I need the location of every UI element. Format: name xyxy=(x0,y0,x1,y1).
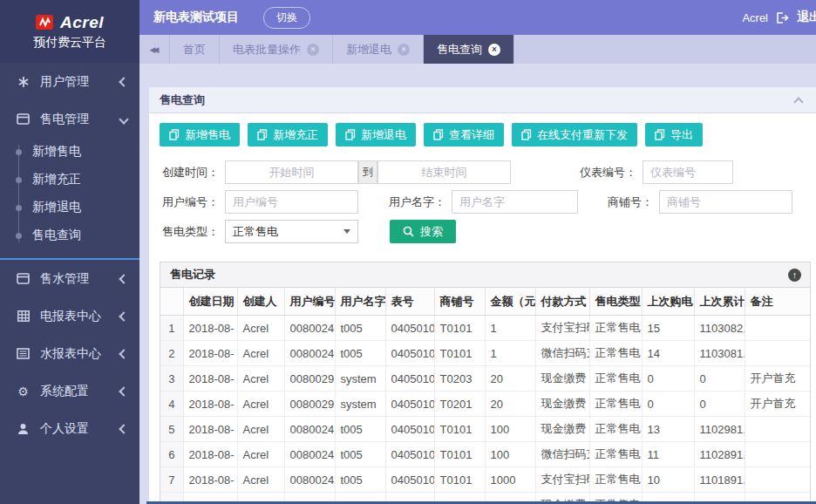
records-table: 创建日期创建人用户编号用户名字表号商铺号金额（元付款方式售电类型上次购电上次累计… xyxy=(160,288,810,504)
table-cell: 现金缴费 xyxy=(535,392,589,417)
column-header: 用户名字 xyxy=(335,288,385,316)
button-label: 导出 xyxy=(670,127,693,143)
file-icon xyxy=(169,129,180,140)
collapse-panel-icon[interactable] xyxy=(793,97,803,106)
switch-project-button[interactable]: 切换 xyxy=(263,7,310,29)
sale-type-select[interactable]: 正常售电 xyxy=(225,220,358,243)
table-cell: 2018-08- xyxy=(183,366,237,392)
close-icon[interactable]: × xyxy=(307,44,319,56)
to-addon-label: 到 xyxy=(358,160,377,184)
end-time-input[interactable] xyxy=(377,160,511,184)
sidebar-subitem-new-correction[interactable]: 新增充正 xyxy=(0,166,139,194)
username-label: Acrel xyxy=(742,11,768,24)
table-cell xyxy=(745,467,810,493)
table-cell: T0203 xyxy=(434,366,485,392)
table-cell: 0080029 xyxy=(284,366,335,392)
table-cell: 0 xyxy=(642,366,694,392)
table-cell: 5 xyxy=(160,417,183,442)
meter-no-input[interactable] xyxy=(643,160,733,184)
toolbar: 新增售电 新增充正 新增退电 查看详细 xyxy=(160,123,811,146)
table-cell: 04050101 xyxy=(385,341,434,366)
table-row[interactable]: 62018-08-Acrel0080024t00504050101T010110… xyxy=(160,442,810,467)
table-cell: Acrel xyxy=(237,467,284,493)
collapse-up-icon[interactable]: ↑ xyxy=(788,269,801,282)
tab-label: 售电查询 xyxy=(437,42,482,58)
search-form: 创建时间： 到 仪表编号： 用户编号： 用户名字： 商铺号： xyxy=(160,160,811,243)
sale-type-label: 售电类型： xyxy=(160,224,219,240)
sidebar-item-elec-report-center[interactable]: 电报表中心 xyxy=(0,297,139,335)
table-row[interactable]: 72018-08-Acrel0080024t00504050101T010110… xyxy=(160,467,810,493)
new-sale-button[interactable]: 新增售电 xyxy=(160,123,240,146)
sidebar-item-user-mgmt[interactable]: 用户管理 xyxy=(0,63,139,100)
view-details-button[interactable]: 查看详细 xyxy=(424,123,504,146)
sidebar-subitem-new-sale[interactable]: 新增售电 xyxy=(0,138,139,166)
tab-new-refund[interactable]: 新增退电 × xyxy=(333,35,424,64)
grid-icon xyxy=(16,310,31,324)
records-panel: 售电记录 ↑ 创建日期创建人用户编号用户名字表号商铺号金额（元付款方式售电类型上… xyxy=(160,262,811,504)
table-cell: 现金缴费 xyxy=(535,417,589,442)
table-cell: 0080024 xyxy=(284,467,335,493)
sidebar-item-system-config[interactable]: ⚙ 系统配置 xyxy=(0,372,139,410)
create-time-label: 创建时间： xyxy=(160,165,219,180)
table-cell: t005 xyxy=(335,316,385,341)
sidebar-subitem-label: 售电查询 xyxy=(32,228,81,243)
records-tbody: 12018-08-Acrel0080024t00504050101T01011支… xyxy=(160,316,810,504)
tabs-scroll-left-button[interactable]: ◀◀ xyxy=(139,35,170,64)
table-row[interactable]: 42018-08-Acrel0080029system04050102T0201… xyxy=(160,392,810,417)
shop-no-label: 商铺号： xyxy=(602,194,653,210)
sidebar-item-label: 售水管理 xyxy=(40,271,111,287)
table-row[interactable]: 12018-08-Acrel0080024t00504050101T01011支… xyxy=(160,316,810,341)
column-header: 上次购电 xyxy=(642,288,694,316)
shop-no-input[interactable] xyxy=(659,190,792,214)
table-cell xyxy=(745,417,810,442)
table-row[interactable]: 32018-08-Acrel0080029system04050102T0203… xyxy=(160,366,810,392)
table-cell: T0101 xyxy=(434,316,485,341)
sidebar-item-label: 系统配置 xyxy=(40,384,111,399)
start-time-input[interactable] xyxy=(225,160,358,184)
panel-body: 新增售电 新增充正 新增退电 查看详细 xyxy=(149,113,816,504)
sidebar-subitem-new-refund[interactable]: 新增退电 xyxy=(0,194,139,221)
brand-logo: Acrel 预付费云平台 xyxy=(0,0,139,63)
sidebar-item-water-report-center[interactable]: 水报表中心 xyxy=(0,335,139,372)
table-cell: 0 xyxy=(694,366,745,392)
table-cell: T0101 xyxy=(434,341,485,366)
table-cell: 正常售电 xyxy=(589,417,642,442)
tab-home[interactable]: 首页 xyxy=(170,35,220,64)
tab-label: 电表批量操作 xyxy=(233,42,301,58)
table-cell: 支付宝扫码 xyxy=(535,316,589,341)
sidebar-subitem-sale-query[interactable]: 售电查询 xyxy=(0,221,139,249)
user-name-input[interactable] xyxy=(452,190,578,214)
user-no-input[interactable] xyxy=(225,190,358,214)
sidebar-item-sale-elec-mgmt[interactable]: 售电管理 xyxy=(0,100,139,138)
double-chevron-left-icon: ◀◀ xyxy=(150,45,160,54)
table-cell: 1102981. xyxy=(694,417,745,442)
table-row[interactable]: 52018-08-Acrel0080024t00504050101T010110… xyxy=(160,417,810,442)
table-cell: 20 xyxy=(485,392,535,417)
table-row[interactable]: 22018-08-Acrel0080024t00504050101T01011微… xyxy=(160,341,810,366)
chevron-down-icon xyxy=(119,114,128,124)
sidebar-item-sale-water-mgmt[interactable]: 售水管理 xyxy=(0,260,139,297)
tab-meter-batch-ops[interactable]: 电表批量操作 × xyxy=(220,35,333,64)
table-cell: T0101 xyxy=(434,417,485,442)
logout-button[interactable]: 退出 xyxy=(797,10,816,25)
table-cell: 开户首充 xyxy=(745,392,810,417)
button-label: 新增充正 xyxy=(273,127,318,143)
content-area: 售电查询 新增售电 新增充正 新增退电 xyxy=(139,64,816,504)
close-icon[interactable]: × xyxy=(398,44,410,56)
column-header: 付款方式 xyxy=(535,288,589,316)
tab-sale-query[interactable]: 售电查询 × xyxy=(424,35,514,64)
column-header: 商铺号 xyxy=(434,288,485,316)
table-cell: 2018-08- xyxy=(183,316,237,341)
column-header: 售电类型 xyxy=(589,288,642,316)
file-icon xyxy=(433,129,444,140)
export-button[interactable]: 导出 xyxy=(645,123,703,146)
new-correction-button[interactable]: 新增充正 xyxy=(248,123,328,146)
online-pay-resend-button[interactable]: 在线支付重新下发 xyxy=(512,123,637,146)
search-button[interactable]: 搜索 xyxy=(390,220,456,243)
sidebar-subitem-label: 新增充正 xyxy=(32,172,81,187)
table-cell: 100 xyxy=(485,417,535,442)
close-icon[interactable]: × xyxy=(488,44,500,56)
table-cell: Acrel xyxy=(237,341,284,366)
sidebar-item-personal-settings[interactable]: 个人设置 xyxy=(0,410,139,447)
new-refund-button[interactable]: 新增退电 xyxy=(336,123,416,146)
